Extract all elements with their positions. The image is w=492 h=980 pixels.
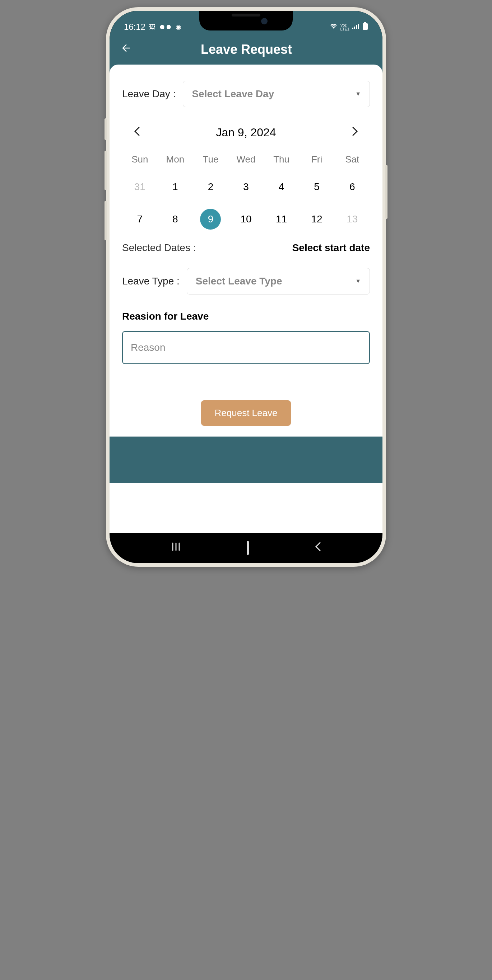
calendar-dow: Thu bbox=[264, 154, 299, 165]
phone-frame: 16:12 🖼 ⏺⏺ ◉ Vo))LTE1 bbox=[106, 7, 386, 567]
calendar-day[interactable]: 11 bbox=[264, 209, 299, 229]
voicemail-icon: ⏺⏺ bbox=[159, 23, 172, 31]
calendar-day[interactable]: 2 bbox=[193, 177, 228, 197]
side-button bbox=[104, 151, 107, 190]
status-left: 16:12 🖼 ⏺⏺ ◉ bbox=[124, 22, 181, 32]
screen: 16:12 🖼 ⏺⏺ ◉ Vo))LTE1 bbox=[110, 11, 382, 563]
calendar-day[interactable]: 1 bbox=[158, 177, 193, 197]
calendar-next-button[interactable] bbox=[350, 123, 361, 142]
calendar-day[interactable]: 5 bbox=[299, 177, 335, 197]
back-button[interactable] bbox=[117, 38, 136, 60]
status-time: 16:12 bbox=[124, 22, 145, 32]
phone-notch bbox=[199, 11, 293, 30]
calendar-prev-button[interactable] bbox=[131, 123, 142, 142]
calendar-dow: Wed bbox=[228, 154, 264, 165]
selected-dates-row: Selected Dates : Select start date bbox=[122, 242, 370, 254]
svg-rect-2 bbox=[356, 25, 357, 29]
image-icon: 🖼 bbox=[149, 23, 155, 31]
content-card: Leave Day : Select Leave Day ▼ Jan 9, 20… bbox=[110, 65, 382, 563]
calendar-day[interactable]: 31 bbox=[122, 177, 158, 197]
calendar-title: Jan 9, 2024 bbox=[216, 126, 276, 139]
svg-rect-0 bbox=[352, 28, 353, 29]
calendar-day[interactable]: 12 bbox=[299, 209, 335, 229]
app-icon: ◉ bbox=[176, 23, 181, 31]
divider bbox=[122, 384, 370, 384]
calendar-dow: Fri bbox=[299, 154, 335, 165]
svg-rect-1 bbox=[354, 27, 355, 29]
calendar-dow: Tue bbox=[193, 154, 228, 165]
calendar-dow: Sun bbox=[122, 154, 158, 165]
calendar-day[interactable]: 3 bbox=[228, 177, 264, 197]
svg-rect-5 bbox=[363, 23, 368, 30]
reason-label: Reasion for Leave bbox=[122, 311, 370, 322]
nav-recents-button[interactable] bbox=[171, 542, 181, 554]
notch-speaker bbox=[232, 14, 260, 16]
chevron-down-icon: ▼ bbox=[355, 91, 361, 97]
status-right: Vo))LTE1 bbox=[330, 22, 368, 32]
side-button bbox=[385, 165, 388, 219]
leave-day-select[interactable]: Select Leave Day ▼ bbox=[183, 81, 370, 107]
calendar-header: Jan 9, 2024 bbox=[122, 123, 370, 142]
calendar-day[interactable]: 8 bbox=[158, 209, 193, 229]
nav-back-button[interactable] bbox=[315, 542, 321, 554]
leave-day-row: Leave Day : Select Leave Day ▼ bbox=[122, 81, 370, 107]
system-nav-bar bbox=[110, 533, 382, 563]
submit-row: Request Leave bbox=[122, 400, 370, 426]
calendar-day[interactable]: 6 bbox=[334, 177, 370, 197]
calendar-day[interactable]: 9 bbox=[193, 209, 228, 229]
calendar-day[interactable]: 13 bbox=[334, 209, 370, 229]
battery-icon bbox=[363, 22, 368, 32]
calendar-day[interactable]: 4 bbox=[264, 177, 299, 197]
side-button bbox=[104, 118, 107, 140]
signal-icon bbox=[352, 23, 359, 31]
bottom-spacer bbox=[110, 437, 382, 483]
app-header: Leave Request bbox=[110, 34, 382, 65]
calendar-day[interactable]: 10 bbox=[228, 209, 264, 229]
volte-indicator: Vo))LTE1 bbox=[340, 23, 350, 31]
chevron-down-icon: ▼ bbox=[355, 278, 361, 285]
reason-input[interactable] bbox=[122, 331, 370, 364]
svg-rect-3 bbox=[358, 24, 359, 29]
nav-home-button[interactable] bbox=[247, 542, 249, 554]
selected-dates-label: Selected Dates : bbox=[122, 242, 196, 254]
request-leave-button[interactable]: Request Leave bbox=[201, 400, 291, 426]
svg-rect-4 bbox=[364, 22, 366, 23]
selected-dates-value: Select start date bbox=[292, 242, 370, 254]
leave-type-select[interactable]: Select Leave Type ▼ bbox=[187, 268, 370, 294]
page-title: Leave Request bbox=[136, 42, 357, 57]
calendar-dow: Mon bbox=[158, 154, 193, 165]
leave-type-label: Leave Type : bbox=[122, 275, 180, 287]
phone-inner: 16:12 🖼 ⏺⏺ ◉ Vo))LTE1 bbox=[110, 11, 382, 563]
notch-camera bbox=[261, 18, 268, 24]
wifi-icon bbox=[330, 23, 337, 31]
calendar-day[interactable]: 7 bbox=[122, 209, 158, 229]
calendar: Jan 9, 2024 SunMonTueWedThuFriSat3112345… bbox=[122, 123, 370, 229]
side-button bbox=[104, 201, 107, 240]
calendar-dow: Sat bbox=[334, 154, 370, 165]
leave-day-placeholder: Select Leave Day bbox=[192, 88, 274, 100]
leave-type-row: Leave Type : Select Leave Type ▼ bbox=[122, 268, 370, 294]
leave-day-label: Leave Day : bbox=[122, 88, 176, 100]
leave-type-placeholder: Select Leave Type bbox=[196, 275, 282, 287]
calendar-grid: SunMonTueWedThuFriSat3112345678910111213 bbox=[122, 154, 370, 229]
